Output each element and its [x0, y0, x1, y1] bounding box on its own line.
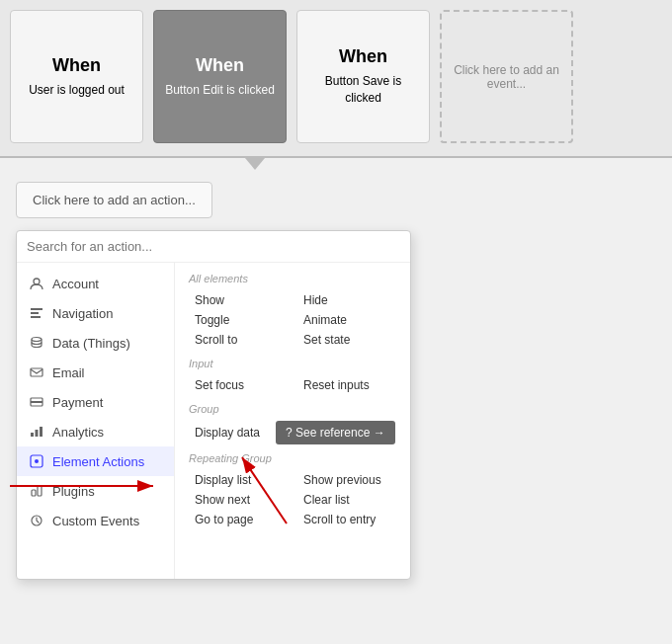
svg-rect-7 — [31, 401, 42, 403]
add-action-button[interactable]: Click here to add an action... — [16, 182, 212, 218]
data-icon — [29, 335, 44, 351]
sidebar-item-custom-events-label: Custom Events — [52, 514, 139, 528]
action-animate[interactable]: Animate — [297, 310, 377, 330]
search-input[interactable] — [27, 239, 400, 254]
svg-rect-14 — [38, 486, 42, 496]
navigation-icon — [29, 305, 44, 321]
sidebar-item-custom-events[interactable]: Custom Events — [17, 506, 174, 535]
sidebar-item-element-actions-label: Element Actions — [52, 454, 144, 469]
sidebar-item-element-actions[interactable]: Element Actions — [17, 446, 174, 476]
plugins-icon — [29, 483, 44, 499]
section-all-elements: All elements — [189, 273, 396, 284]
main-area: Click here to add an action... Account — [0, 170, 672, 592]
sidebar-item-payment[interactable]: Payment — [17, 387, 174, 417]
connector-arrow — [245, 158, 265, 170]
section-group: Group — [189, 403, 396, 415]
sidebar-item-data-label: Data (Things) — [52, 336, 130, 351]
search-box — [17, 231, 410, 263]
see-reference-label: ? See reference → — [286, 426, 385, 440]
sidebar-item-account[interactable]: Account — [17, 269, 174, 298]
action-scroll-to[interactable]: Scroll to — [189, 330, 268, 350]
svg-rect-9 — [36, 430, 39, 437]
action-set-focus[interactable]: Set focus — [189, 375, 268, 395]
card-when-2: When — [196, 55, 244, 76]
svg-rect-5 — [31, 368, 42, 376]
action-display-list[interactable]: Display list — [189, 470, 268, 490]
card-desc-1: User is logged out — [29, 82, 125, 99]
action-show[interactable]: Show — [189, 290, 268, 310]
analytics-icon — [29, 424, 44, 440]
svg-point-12 — [35, 459, 39, 463]
action-clear-list[interactable]: Clear list — [297, 490, 387, 510]
sidebar-item-analytics[interactable]: Analytics — [17, 417, 174, 446]
svg-rect-8 — [31, 433, 34, 437]
action-display-data[interactable]: Display data — [189, 423, 268, 443]
add-event-card[interactable]: Click here to add an event... — [440, 10, 573, 143]
card-when-3: When — [339, 46, 387, 67]
left-sidebar: Account Navigation — [17, 263, 175, 579]
svg-point-4 — [32, 338, 42, 342]
section-input: Input — [189, 358, 396, 369]
sidebar-item-payment-label: Payment — [52, 395, 103, 410]
card-desc-3: Button Save is clicked — [307, 73, 419, 107]
sidebar-item-email-label: Email — [52, 365, 85, 380]
action-toggle[interactable]: Toggle — [189, 310, 268, 330]
sidebar-item-email[interactable]: Email — [17, 358, 174, 387]
event-card-3[interactable]: When Button Save is clicked — [296, 10, 430, 143]
svg-point-0 — [34, 279, 40, 284]
svg-rect-3 — [31, 316, 41, 318]
event-card-1[interactable]: When User is logged out — [10, 10, 143, 143]
custom-events-icon — [29, 513, 44, 528]
dropdown-body: Account Navigation — [17, 263, 410, 579]
action-reset-inputs[interactable]: Reset inputs — [297, 375, 377, 395]
action-show-next[interactable]: Show next — [189, 490, 268, 510]
display-data-row: Display data ? See reference → — [189, 421, 396, 444]
action-go-to-page[interactable]: Go to page — [189, 510, 268, 529]
sidebar-item-data[interactable]: Data (Things) — [17, 328, 174, 358]
connector — [0, 158, 672, 170]
sidebar-item-navigation[interactable]: Navigation — [17, 298, 174, 328]
sidebar-item-account-label: Account — [52, 277, 99, 291]
svg-rect-1 — [31, 308, 42, 310]
add-event-label: Click here to add an event... — [452, 63, 561, 91]
action-set-state[interactable]: Set state — [297, 330, 377, 350]
action-scroll-to-entry[interactable]: Scroll to entry — [297, 510, 387, 529]
svg-rect-2 — [31, 312, 39, 314]
right-content: All elements Show Toggle Scroll to Hide … — [175, 263, 410, 579]
svg-rect-13 — [32, 490, 36, 496]
events-bar: When User is logged out When Button Edit… — [0, 0, 672, 158]
see-reference-button[interactable]: ? See reference → — [276, 421, 395, 444]
card-desc-2: Button Edit is clicked — [165, 82, 275, 99]
payment-icon — [29, 394, 44, 410]
sidebar-item-plugins-label: Plugins — [52, 484, 95, 499]
sidebar-item-plugins[interactable]: Plugins — [17, 476, 174, 506]
section-repeating-group: Repeating Group — [189, 452, 396, 464]
sidebar-item-analytics-label: Analytics — [52, 425, 104, 440]
email-icon — [29, 364, 44, 380]
dropdown-panel: Account Navigation — [16, 230, 411, 580]
svg-rect-10 — [40, 427, 42, 437]
action-hide[interactable]: Hide — [297, 290, 377, 310]
event-card-2[interactable]: When Button Edit is clicked — [153, 10, 287, 143]
card-when-1: When — [52, 55, 101, 76]
element-actions-icon — [29, 453, 44, 469]
action-show-previous[interactable]: Show previous — [297, 470, 387, 490]
sidebar-item-navigation-label: Navigation — [52, 306, 113, 321]
account-icon — [29, 276, 44, 291]
